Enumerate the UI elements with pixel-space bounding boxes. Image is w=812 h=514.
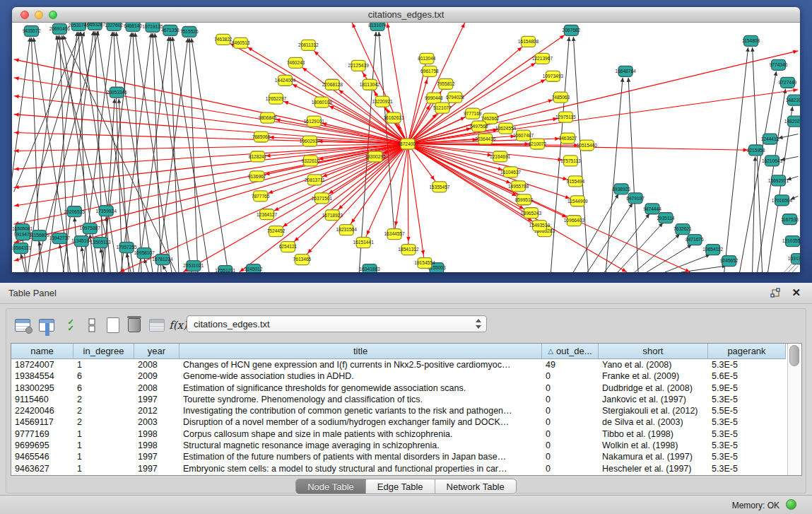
graph-node[interactable]: 12213967 <box>532 53 553 64</box>
table-cell[interactable]: 1 <box>73 463 134 474</box>
graph-node[interactable]: 15692971 <box>768 175 789 186</box>
table-cell[interactable]: 2003 <box>134 416 180 428</box>
graph-node[interactable]: 11544909 <box>567 196 588 206</box>
column-header-in_degree[interactable]: in_degree <box>73 344 134 359</box>
graph-node[interactable]: 9774346 <box>770 59 788 70</box>
table-cell[interactable]: 19384554 <box>11 370 73 382</box>
table-cell[interactable]: Yano et al. (2008) <box>599 359 708 370</box>
table-cell[interactable]: 18724007 <box>11 359 73 370</box>
graph-node[interactable]: 8460513 <box>232 37 250 48</box>
graph-node[interactable]: 7515526 <box>180 26 199 37</box>
graph-node[interactable]: 16341883 <box>360 264 381 272</box>
new-file-icon[interactable] <box>102 315 124 336</box>
graph-node[interactable]: 17551211 <box>215 266 235 272</box>
table-row[interactable]: 911546021997Tourette syndrome. Phenomeno… <box>11 394 787 405</box>
graph-node[interactable]: 7685068 <box>252 132 271 142</box>
table-cell[interactable]: 5.5E-5 <box>708 405 786 416</box>
table-cell[interactable]: 1997 <box>134 451 180 462</box>
table-row[interactable]: 2242004622012Investigating the contribut… <box>11 405 787 416</box>
split-view-icon[interactable] <box>81 315 102 336</box>
graph-node[interactable]: 16210643 <box>762 156 783 166</box>
graph-node[interactable]: 11345194 <box>71 236 92 247</box>
graph-node[interactable]: 6961758 <box>420 66 439 76</box>
table-cell[interactable]: 6 <box>73 370 134 382</box>
table-cell[interactable]: 5.3E-5 <box>708 359 786 370</box>
table-cell[interactable]: Tourette syndrome. Phenomenology and cla… <box>180 394 542 405</box>
graph-node[interactable]: 18541312 <box>398 245 419 255</box>
graph-node[interactable]: 7632621 <box>673 224 692 235</box>
graph-node[interactable]: 10654112 <box>702 245 723 255</box>
graph-node[interactable]: 16648784 <box>615 66 636 76</box>
table-cell[interactable]: 0 <box>542 394 599 405</box>
table-cell[interactable]: 1998 <box>134 440 180 451</box>
graph-node[interactable]: 13624554 <box>495 123 517 134</box>
table-cell[interactable]: Franke et al. (2009) <box>599 370 708 382</box>
tab-network-table[interactable]: Network Table <box>435 479 516 493</box>
column-header-title[interactable]: title <box>180 344 542 359</box>
graph-node[interactable]: 7460243 <box>287 57 305 68</box>
graph-node[interactable]: 16162613 <box>383 112 404 123</box>
graph-node[interactable]: 8131074 <box>368 23 387 30</box>
graph-node[interactable]: 12164691 <box>490 151 511 162</box>
table-cell[interactable]: Structural magnetic resonance image aver… <box>180 440 542 451</box>
graph-node[interactable]: 6794028 <box>446 92 464 103</box>
graph-node[interactable]: 10343554 <box>788 254 800 264</box>
graph-node[interactable]: 9155494 <box>567 176 585 187</box>
graph-node[interactable]: 18113042 <box>360 79 380 90</box>
graph-node[interactable]: 6479197 <box>626 193 645 204</box>
graph-node[interactable]: 1154808 <box>742 35 760 46</box>
vertical-scrollbar[interactable] <box>787 344 801 475</box>
graph-node[interactable]: 9245012 <box>245 264 263 272</box>
graph-node[interactable]: 20811312 <box>298 40 319 50</box>
table-cell[interactable]: 9463627 <box>11 463 73 474</box>
graph-node[interactable]: 1482302 <box>786 95 800 105</box>
graph-node[interactable]: 8938923 <box>612 184 630 194</box>
table-row[interactable]: 1938455462009Genome-wide association stu… <box>11 370 787 382</box>
table-cell[interactable]: de Silva et al. (2003) <box>599 416 708 428</box>
table-cell[interactable]: 9465546 <box>11 451 73 462</box>
table-cell[interactable]: 5.3E-5 <box>708 394 786 405</box>
table-cell[interactable]: 2009 <box>134 370 180 382</box>
table-cell[interactable]: Dudbridge et al. (2008) <box>599 382 708 394</box>
graph-node[interactable]: 7613465 <box>293 255 312 265</box>
graph-node[interactable]: 10653287 <box>85 23 106 30</box>
table-cell[interactable]: 6 <box>73 382 134 394</box>
table-cell[interactable]: Embryonic stem cells: a model to study s… <box>180 463 542 474</box>
column-header-out_de[interactable]: △out_de... <box>542 344 599 359</box>
graph-node[interactable]: 9990448 <box>425 93 443 103</box>
graph-node[interactable]: 1244413 <box>761 134 779 144</box>
graph-node[interactable]: 18231564 <box>336 225 358 235</box>
graph-node[interactable]: 15355457 <box>429 182 450 192</box>
table-cell[interactable]: 0 <box>542 451 599 462</box>
graph-node[interactable]: 7524452 <box>267 226 286 237</box>
graph-node[interactable]: 20813711 <box>305 175 325 185</box>
graph-node[interactable]: 5121077 <box>433 103 452 113</box>
table-cell[interactable]: 2008 <box>134 382 180 394</box>
table-cell[interactable]: 5.3E-5 <box>708 463 786 474</box>
table-cell[interactable]: 5.3E-5 <box>708 428 786 440</box>
table-cell[interactable]: Corpus callosum shape and size in male p… <box>180 428 542 440</box>
graph-node[interactable]: 8727449 <box>779 77 797 88</box>
column-header-year[interactable]: year <box>134 344 180 359</box>
table-cell[interactable]: 1998 <box>134 428 180 440</box>
table-row[interactable]: 946554611997Estimation of the future num… <box>11 451 787 462</box>
graph-node[interactable]: 22068128 <box>322 79 343 90</box>
table-selector-combobox[interactable]: citations_edges.txt <box>187 315 487 332</box>
table-cell[interactable]: Stergiakouli et al. (2012) <box>599 405 708 416</box>
table-cell[interactable]: 1997 <box>134 463 180 474</box>
graph-node[interactable]: 10973493 <box>543 71 564 81</box>
table-row[interactable]: 977716911998Corpus callosum shape and si… <box>11 428 787 440</box>
table-cell[interactable]: Jankovic et al. (1997) <box>599 394 708 405</box>
table-cell[interactable]: 1 <box>73 428 134 440</box>
table-cell[interactable]: 2 <box>73 416 134 428</box>
graph-node[interactable]: 9322610 <box>302 156 320 166</box>
graph-node[interactable]: 9806845 <box>259 112 277 123</box>
graph-node[interactable]: 17575113 <box>560 156 581 166</box>
combobox-stepper-icon[interactable] <box>473 317 483 330</box>
select-rows-icon[interactable]: ✓✓ <box>60 315 81 336</box>
table-cell[interactable]: Changes of HCN gene expression and I(f) … <box>180 359 542 370</box>
table-cell[interactable]: 5.6E-5 <box>708 370 786 382</box>
memory-status-icon[interactable] <box>786 499 796 510</box>
graph-node[interactable]: 14955798 <box>508 181 529 192</box>
table-cell[interactable]: 2 <box>73 405 134 416</box>
